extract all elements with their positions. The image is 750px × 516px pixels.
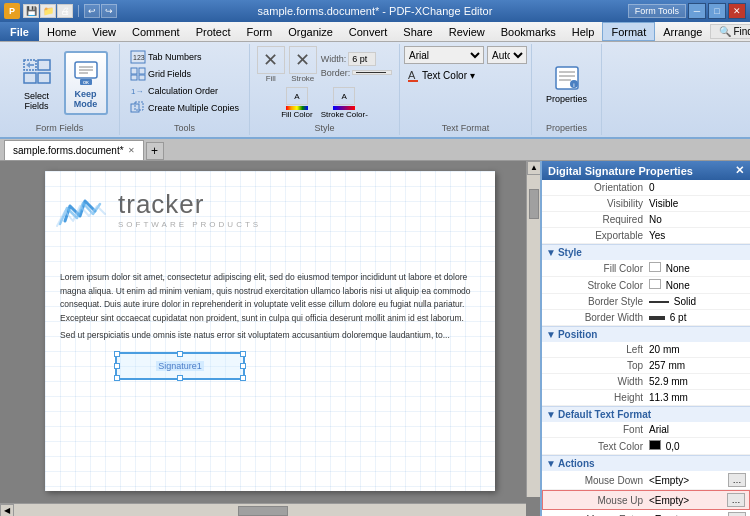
doc-tab-name: sample.forms.document* xyxy=(13,145,124,156)
svg-text:A: A xyxy=(408,69,416,81)
lorem-paragraph-2: Sed ut perspiciatis unde omnis iste natu… xyxy=(45,325,495,343)
menu-convert[interactable]: Convert xyxy=(341,22,396,41)
mouse-enter-value: <Empty> … xyxy=(649,512,746,516)
quick-save-btn[interactable]: 💾 xyxy=(23,4,39,18)
left-prop-label: Left xyxy=(546,344,649,355)
create-multiple-copies-btn[interactable]: Create Multiple Copies xyxy=(128,100,241,116)
signature-field[interactable]: Signature1 xyxy=(115,352,245,380)
select-fields-btn[interactable]: SelectFields xyxy=(12,52,62,114)
required-label: Required xyxy=(546,214,649,225)
border-style-input[interactable] xyxy=(352,70,392,75)
doc-tab-main[interactable]: sample.forms.document* ✕ xyxy=(4,140,144,160)
resize-handle-ml[interactable] xyxy=(114,363,120,369)
mouse-up-row: Mouse Up <Empty> … xyxy=(542,490,750,510)
resize-handle-tl[interactable] xyxy=(114,351,120,357)
new-tab-btn[interactable]: + xyxy=(146,142,164,160)
close-window-btn[interactable]: ✕ xyxy=(728,3,746,19)
menu-arrange[interactable]: Arrange xyxy=(655,22,710,41)
properties-btn[interactable]: i Properties xyxy=(541,57,592,109)
actions-section-header[interactable]: ▼ Actions xyxy=(542,455,750,471)
horizontal-scrollbar[interactable]: ◀ xyxy=(0,503,526,516)
default-text-format-section-header[interactable]: ▼ Default Text Format xyxy=(542,406,750,422)
stroke-color-btn[interactable]: A Stroke Color- xyxy=(321,87,368,119)
resize-handle-mr[interactable] xyxy=(240,363,246,369)
props-row-visibility: Visibility Visible xyxy=(542,196,750,212)
orientation-label: Orientation xyxy=(546,182,649,193)
top-row: Top 257 mm xyxy=(542,358,750,374)
minimize-btn[interactable]: ─ xyxy=(688,3,706,19)
menu-bookmarks[interactable]: Bookmarks xyxy=(493,22,564,41)
style-section-arrow: ▼ xyxy=(546,247,556,258)
scroll-left-btn[interactable]: ◀ xyxy=(0,504,14,516)
width-input[interactable]: 6 pt xyxy=(348,52,376,66)
position-section-header[interactable]: ▼ Position xyxy=(542,326,750,342)
mouse-enter-edit-btn[interactable]: … xyxy=(728,512,746,516)
stroke-color-prop-value: None xyxy=(649,279,746,291)
font-row: Font Arial xyxy=(542,422,750,438)
resize-handle-tr[interactable] xyxy=(240,351,246,357)
menu-share[interactable]: Share xyxy=(395,22,440,41)
resize-handle-bl[interactable] xyxy=(114,375,120,381)
visibility-value: Visible xyxy=(649,198,746,209)
undo-btn[interactable]: ↩ xyxy=(84,4,100,18)
menu-form[interactable]: Form xyxy=(239,22,281,41)
mouse-up-edit-btn[interactable]: … xyxy=(727,493,745,507)
stroke-color-icon[interactable]: ✕ xyxy=(289,46,317,74)
document-view: ▲ ◀ tracker SOFTWAR xyxy=(0,161,540,516)
font-select[interactable]: Arial xyxy=(404,46,484,64)
form-fields-group-label: Form Fields xyxy=(36,123,84,133)
left-row: Left 20 mm xyxy=(542,342,750,358)
svg-rect-13 xyxy=(139,68,145,74)
orientation-value: 0 xyxy=(649,182,746,193)
fill-color-swatch xyxy=(649,262,661,272)
resize-handle-tm[interactable] xyxy=(177,351,183,357)
maximize-btn[interactable]: □ xyxy=(708,3,726,19)
border-style-row: Border Style Solid xyxy=(542,294,750,310)
menu-home[interactable]: Home xyxy=(39,22,84,41)
props-row-orientation: Orientation 0 xyxy=(542,180,750,196)
menu-review[interactable]: Review xyxy=(441,22,493,41)
scroll-up-btn[interactable]: ▲ xyxy=(527,161,540,175)
keep-mode-btn[interactable]: OK KeepMode xyxy=(64,51,108,115)
signature-label: Signature1 xyxy=(156,361,204,371)
quick-open-btn[interactable]: 📁 xyxy=(40,4,56,18)
border-style-prop-value: Solid xyxy=(649,296,746,307)
border-width-row: Border Width 6 pt xyxy=(542,310,750,326)
menu-file[interactable]: File xyxy=(0,22,39,41)
font-size-select[interactable]: Auto xyxy=(487,46,527,64)
menu-help[interactable]: Help xyxy=(564,22,603,41)
scroll-thumb-v[interactable] xyxy=(529,189,539,219)
properties-panel: Digital Signature Properties ✕ Orientati… xyxy=(540,161,750,516)
mouse-down-edit-btn[interactable]: … xyxy=(728,473,746,487)
menu-comment[interactable]: Comment xyxy=(124,22,188,41)
calculation-order-btn[interactable]: 1→ Calculation Order xyxy=(128,83,220,99)
svg-rect-3 xyxy=(38,73,50,83)
redo-btn[interactable]: ↪ xyxy=(101,4,117,18)
title-bar: P 💾 📁 🖨 ↩ ↪ sample.forms.document* - PDF… xyxy=(0,0,750,22)
text-color-btn[interactable]: A Text Color ▾ xyxy=(404,67,477,83)
props-panel-close-btn[interactable]: ✕ xyxy=(735,164,744,177)
mouse-down-row: Mouse Down <Empty> … xyxy=(542,471,750,490)
left-prop-value: 20 mm xyxy=(649,344,746,355)
menu-organize[interactable]: Organize xyxy=(280,22,341,41)
find-btn[interactable]: 🔍Find... xyxy=(710,24,750,39)
font-prop-label: Font xyxy=(546,424,649,435)
fill-color-icon[interactable]: ✕ xyxy=(257,46,285,74)
menu-format[interactable]: Format xyxy=(602,22,655,41)
height-prop-label: Height xyxy=(546,392,649,403)
vertical-scrollbar[interactable]: ▲ xyxy=(526,161,540,497)
style-section-header[interactable]: ▼ Style xyxy=(542,244,750,260)
position-section-arrow: ▼ xyxy=(546,329,556,340)
grid-fields-btn[interactable]: Grid Fields xyxy=(128,66,193,82)
scroll-thumb-h[interactable] xyxy=(238,506,288,516)
ribbon: SelectFields OK KeepMode Form Fields xyxy=(0,42,750,139)
menu-view[interactable]: View xyxy=(84,22,124,41)
doc-tab-close[interactable]: ✕ xyxy=(128,146,135,155)
menu-protect[interactable]: Protect xyxy=(188,22,239,41)
default-text-format-label: Default Text Format xyxy=(558,409,651,420)
fill-color-btn[interactable]: A Fill Color xyxy=(281,87,313,119)
resize-handle-br[interactable] xyxy=(240,375,246,381)
quick-print-btn[interactable]: 🖨 xyxy=(57,4,73,18)
resize-handle-bm[interactable] xyxy=(177,375,183,381)
tab-numbers-btn[interactable]: 123 Tab Numbers xyxy=(128,49,204,65)
